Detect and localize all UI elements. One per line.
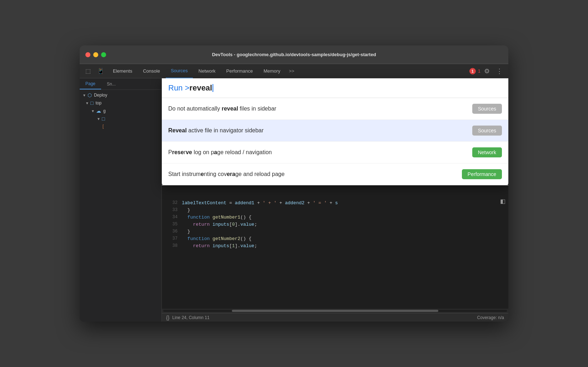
cloud-icon: ☁ — [96, 108, 101, 114]
brace-icon[interactable]: {} — [166, 315, 169, 320]
inspect-icon[interactable]: ⬚ — [83, 68, 94, 74]
sidebar-content: ▼ ⬡ Deploy ▼ □ top ▼ ☁ g ▼ — [80, 90, 161, 322]
code-content: return inputs[0].value; — [182, 222, 257, 227]
result-highlight: reveal — [221, 106, 238, 112]
statusbar-left: {} Line 24, Column 11 — [166, 315, 209, 320]
settings-icon[interactable]: ⚙ — [481, 67, 493, 75]
tab-network[interactable]: Network — [194, 64, 221, 78]
maximize-button[interactable] — [101, 52, 106, 57]
tree-arrow: ▼ — [91, 109, 95, 113]
devtools-body: Page Sn... ▼ ⬡ Deploy ▼ □ top — [80, 78, 508, 322]
code-line-35: 35 return inputs[0].value; — [162, 221, 508, 228]
tree-arrow: ▼ — [85, 101, 89, 105]
coverage-status: Coverage: n/a — [477, 315, 504, 320]
command-cursor — [213, 84, 213, 92]
folder-icon: □ — [90, 100, 93, 106]
tree-item-top[interactable]: ▼ □ top — [80, 99, 161, 107]
command-result-1[interactable]: Do not automatically reveal files in sid… — [162, 98, 508, 120]
result-text-3: Preserve log on page reload / navigation — [168, 148, 472, 156]
code-line-34: 34 function getNumber1() { — [162, 214, 508, 221]
result-badge-4[interactable]: Performance — [462, 169, 502, 179]
command-result-3[interactable]: Preserve log on page reload / navigation… — [162, 142, 508, 163]
code-line-36: 36 } — [162, 228, 508, 235]
tab-elements[interactable]: Elements — [108, 64, 137, 78]
title-bar: DevTools - googlechrome.github.io/devtoo… — [80, 45, 508, 64]
main-area: Run > reveal Do not automatically reveal… — [162, 78, 508, 322]
result-badge-1[interactable]: Sources — [472, 104, 502, 114]
result-highlight: rese — [172, 149, 184, 155]
line-number: 37 — [165, 236, 178, 241]
tree-item-bracket[interactable]: [ — [80, 123, 161, 130]
devtools-tab-bar: ⬚ 📱 Elements Console Sources Network Per… — [80, 64, 508, 78]
traffic-lights — [85, 52, 106, 57]
cube-icon: ⬡ — [88, 92, 92, 98]
code-line-37: 37 function getNumber2() { — [162, 235, 508, 242]
status-position: Line 24, Column 11 — [172, 315, 209, 320]
tab-sources[interactable]: Sources — [166, 64, 193, 78]
minimize-button[interactable] — [93, 52, 98, 57]
statusbar-right: Coverage: n/a — [477, 315, 504, 320]
code-scroll[interactable]: 32 labelTextContent = addend1 + ' + ' + … — [162, 196, 508, 309]
horizontal-scrollbar[interactable] — [162, 309, 508, 313]
code-content: function getNumber1() { — [182, 215, 251, 220]
result-highlight2: ve — [186, 149, 192, 155]
scrollbar-thumb[interactable] — [232, 310, 438, 312]
result-text-2: Reveal active file in navigator sidebar — [168, 127, 472, 134]
code-line-32: 32 labelTextContent = addend1 + ' + ' + … — [162, 199, 508, 206]
tree-arrow: ▼ — [97, 117, 100, 121]
result-badge-3[interactable]: Network — [472, 147, 502, 157]
tree-label: Deploy — [94, 93, 107, 98]
result-badge-2[interactable]: Sources — [472, 126, 502, 136]
command-overlay: Run > reveal Do not automatically reveal… — [162, 78, 508, 185]
menu-icon[interactable]: ⋮ — [493, 67, 505, 75]
tab-console[interactable]: Console — [138, 64, 165, 78]
sidebar: Page Sn... ▼ ⬡ Deploy ▼ □ top — [80, 78, 162, 322]
device-icon[interactable]: 📱 — [94, 68, 107, 74]
statusbar: {} Line 24, Column 11 Coverage: n/a — [162, 313, 508, 322]
error-badge: 1 — [469, 68, 476, 74]
devtools-window: DevTools - googlechrome.github.io/devtoo… — [80, 45, 508, 322]
tab-memory[interactable]: Memory — [259, 64, 285, 78]
line-number: 32 — [165, 200, 178, 205]
result-text-4: Start instrumenting coverage and reload … — [168, 170, 462, 178]
command-run-text: Run — [168, 83, 183, 93]
tree-label-bracket: [ — [103, 124, 104, 129]
line-number: 34 — [165, 215, 178, 220]
result-highlight3: a — [214, 149, 217, 155]
result-highlight: e — [201, 171, 204, 177]
folder-icon: □ — [102, 116, 105, 122]
code-content: return inputs[1].value; — [182, 243, 257, 249]
sidebar-tab-bar: Page Sn... — [80, 78, 161, 90]
tab-more[interactable]: >> — [286, 68, 297, 74]
tab-performance[interactable]: Performance — [221, 64, 258, 78]
result-highlight2: era — [227, 171, 235, 177]
line-number: 33 — [165, 207, 178, 212]
line-number: 36 — [165, 229, 178, 234]
tree-item-deploy[interactable]: ▼ ⬡ Deploy — [80, 91, 161, 99]
command-result-2[interactable]: Reveal active file in navigator sidebar … — [162, 120, 508, 142]
window-title: DevTools - googlechrome.github.io/devtoo… — [212, 52, 376, 57]
error-count: 1 — [478, 68, 480, 74]
result-text-1: Do not automatically reveal files in sid… — [168, 105, 472, 113]
code-content: } — [182, 207, 190, 213]
tree-arrow: ▼ — [83, 93, 86, 97]
tree-item-g[interactable]: ▼ ☁ g — [80, 107, 161, 115]
tree-label: g — [103, 108, 106, 113]
command-result-4[interactable]: Start instrumenting coverage and reload … — [162, 163, 508, 185]
command-query: reveal — [189, 83, 212, 93]
sidebar-tab-snippets[interactable]: Sn... — [101, 78, 121, 89]
code-content: function getNumber2() { — [182, 236, 251, 241]
code-line-38: 38 return inputs[1].value; — [162, 242, 508, 249]
command-input-row[interactable]: Run > reveal — [162, 78, 508, 98]
devtools-container: ⬚ 📱 Elements Console Sources Network Per… — [80, 64, 508, 322]
sidebar-tab-page[interactable]: Page — [80, 78, 101, 89]
scrollbar-track[interactable] — [163, 310, 507, 312]
code-content: } — [182, 229, 190, 234]
panel-expand-button[interactable]: ◧ — [497, 196, 508, 206]
command-gt: > — [185, 83, 189, 93]
tree-label: top — [95, 101, 101, 106]
code-content: labelTextContent = addend1 + ' + ' + add… — [182, 200, 338, 206]
tree-item-sub[interactable]: ▼ □ — [80, 115, 161, 123]
line-number: 35 — [165, 222, 178, 227]
close-button[interactable] — [85, 52, 90, 57]
